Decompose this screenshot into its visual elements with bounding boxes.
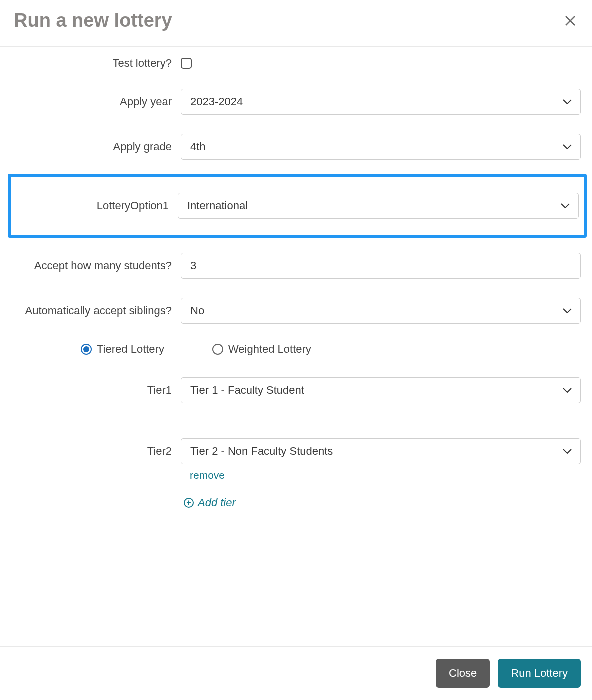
accept-count-row: Accept how many students? xyxy=(11,253,581,279)
tier1-select[interactable]: Tier 1 - Faculty Student xyxy=(181,378,581,404)
apply-grade-select[interactable]: 4th xyxy=(181,134,581,160)
plus-circle-icon: + xyxy=(184,498,194,508)
radio-icon xyxy=(212,344,224,355)
auto-siblings-select[interactable]: No xyxy=(181,298,581,324)
weighted-label: Weighted Lottery xyxy=(228,343,312,356)
tier1-label: Tier1 xyxy=(11,384,181,397)
modal-header: Run a new lottery xyxy=(0,0,592,47)
tier2-remove-row: remove xyxy=(11,470,581,482)
close-button[interactable]: Close xyxy=(436,659,490,688)
auto-siblings-row: Automatically accept siblings? No xyxy=(11,298,581,324)
lottery-option-value: International xyxy=(188,200,248,212)
apply-grade-value: 4th xyxy=(190,140,206,154)
tier2-value: Tier 2 - Non Faculty Students xyxy=(190,445,333,458)
apply-year-row: Apply year 2023-2024 xyxy=(11,89,581,115)
tier2-row: Tier2 Tier 2 - Non Faculty Students xyxy=(11,438,581,464)
apply-grade-label: Apply grade xyxy=(11,140,181,154)
accept-count-label: Accept how many students? xyxy=(11,260,181,272)
radio-icon xyxy=(81,344,92,355)
auto-siblings-label: Automatically accept siblings? xyxy=(11,304,181,318)
apply-year-select[interactable]: 2023-2024 xyxy=(181,89,581,115)
tier1-row: Tier1 Tier 1 - Faculty Student xyxy=(11,378,581,404)
test-lottery-checkbox[interactable] xyxy=(181,58,192,69)
lottery-option-label: LotteryOption1 xyxy=(11,200,178,212)
modal-footer: Close Run Lottery xyxy=(0,646,592,700)
apply-grade-row: Apply grade 4th xyxy=(11,134,581,160)
lottery-option-row-highlighted: LotteryOption1 International xyxy=(8,174,587,238)
tier1-value: Tier 1 - Faculty Student xyxy=(190,384,304,397)
accept-count-input[interactable] xyxy=(181,253,581,279)
run-lottery-button[interactable]: Run Lottery xyxy=(498,659,581,688)
weighted-lottery-radio[interactable]: Weighted Lottery xyxy=(212,343,312,356)
lottery-modal: Run a new lottery Test lottery? Apply ye… xyxy=(0,0,592,700)
test-lottery-label: Test lottery? xyxy=(11,57,181,70)
lottery-option-select[interactable]: International xyxy=(178,193,579,219)
modal-body: Test lottery? Apply year 2023-2024 Apply… xyxy=(0,47,592,646)
auto-siblings-value: No xyxy=(190,304,204,318)
tier2-select[interactable]: Tier 2 - Non Faculty Students xyxy=(181,438,581,464)
add-tier-button[interactable]: + Add tier xyxy=(184,496,236,510)
close-icon[interactable] xyxy=(563,14,578,28)
modal-title: Run a new lottery xyxy=(14,10,172,32)
tiered-label: Tiered Lottery xyxy=(97,343,164,356)
lottery-type-row: Tiered Lottery Weighted Lottery xyxy=(11,343,581,362)
tiered-lottery-radio[interactable]: Tiered Lottery xyxy=(81,343,164,356)
test-lottery-row: Test lottery? xyxy=(11,57,581,70)
add-tier-row: + Add tier xyxy=(184,496,581,510)
tier-section: Tier1 Tier 1 - Faculty Student Tier2 Tie… xyxy=(11,378,581,510)
tier2-label: Tier2 xyxy=(11,445,181,458)
add-tier-label: Add tier xyxy=(198,496,236,510)
apply-year-value: 2023-2024 xyxy=(190,96,243,108)
apply-year-label: Apply year xyxy=(11,96,181,108)
remove-tier-link[interactable]: remove xyxy=(190,470,225,482)
